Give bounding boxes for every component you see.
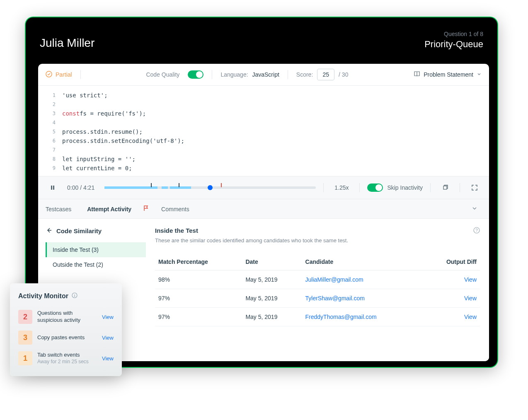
line-number: 9	[46, 164, 56, 173]
table-row: 97% May 5, 2019 TylerShaw@gmail.com View	[155, 289, 480, 308]
activity-label: Questions with suspicious activity	[37, 310, 97, 324]
svg-rect-1	[51, 186, 52, 190]
line-number: 7	[46, 145, 56, 154]
sidebar-item-outside-test[interactable]: Outside the Test (2)	[46, 257, 146, 272]
line-number: 3	[46, 109, 56, 118]
col-diff: Output Diff	[423, 253, 480, 270]
similarity-content: ? Inside the Test These are the similar …	[146, 219, 489, 361]
pause-button[interactable]	[46, 181, 60, 195]
view-diff-link[interactable]: View	[464, 295, 477, 302]
col-candidate: Candidate	[302, 253, 423, 270]
col-match: Match Percentage	[155, 253, 242, 270]
status-badge: Partial	[46, 71, 72, 79]
activity-count-badge: 1	[18, 351, 32, 365]
activity-item: 2 Questions with suspicious activity Vie…	[18, 307, 114, 327]
sidebar-item-inside-test[interactable]: Inside the Test (3)	[46, 242, 146, 257]
activity-sublabel: Away for 2 min 25 secs	[37, 359, 97, 365]
line-number: 5	[46, 127, 56, 136]
playback-speed[interactable]: 1.25x	[331, 184, 352, 191]
table-row: 97% May 5, 2019 FreddyThomas@gmail.com V…	[155, 308, 480, 326]
code-quality-toggle[interactable]	[188, 70, 203, 79]
col-date: Date	[242, 253, 302, 270]
question-title: Priority-Queue	[424, 39, 483, 50]
code-text: fs = require('fs');	[80, 109, 146, 118]
cell-date: May 5, 2019	[242, 270, 302, 289]
score-input[interactable]	[317, 69, 334, 80]
tab-comments[interactable]: Comments	[161, 199, 197, 218]
code-text: let currentLine = 0;	[62, 164, 132, 173]
score-max: / 30	[339, 71, 348, 78]
skip-inactivity-label: Skip Inactivity	[387, 184, 423, 191]
divider	[80, 70, 81, 79]
section-title: Inside the Test	[155, 227, 480, 234]
help-icon[interactable]: ?	[473, 227, 480, 235]
activity-view-link[interactable]: View	[102, 314, 114, 320]
cell-match: 97%	[155, 289, 242, 308]
tab-testcases[interactable]: Testcases	[46, 199, 79, 218]
similarity-table: Match Percentage Date Candidate Output D…	[155, 253, 480, 326]
tab-attempt-activity[interactable]: Attempt Activity	[87, 199, 139, 218]
svg-rect-3	[443, 186, 447, 189]
cell-match: 98%	[155, 270, 242, 289]
language-value: JavaScript	[252, 71, 279, 78]
view-diff-link[interactable]: View	[464, 314, 477, 320]
activity-monitor-card: Activity Monitor i 2 Questions with susp…	[10, 283, 122, 376]
tabs: Testcases Attempt Activity Comments	[38, 199, 489, 219]
view-diff-link[interactable]: View	[464, 276, 477, 283]
candidate-name: Julia Miller	[40, 36, 94, 50]
divider	[359, 183, 360, 192]
activity-item: 1 Tab switch events Away for 2 min 25 se…	[18, 348, 114, 369]
line-number: 8	[46, 154, 56, 164]
candidate-link[interactable]: TylerShaw@gmail.com	[305, 295, 365, 302]
cell-date: May 5, 2019	[242, 308, 302, 326]
divider	[430, 183, 431, 192]
toolbar: Partial Code Quality Language: JavaScrip…	[38, 64, 489, 86]
playback-thumb[interactable]	[208, 185, 213, 190]
activity-count-badge: 3	[18, 331, 32, 345]
code-editor[interactable]: 1'use strict'; 2 3const fs = require('fs…	[38, 86, 489, 176]
line-number: 1	[46, 91, 56, 100]
skip-inactivity: Skip Inactivity	[367, 183, 423, 192]
arrow-left-icon	[46, 227, 52, 235]
activity-item: 3 Copy pastes events View	[18, 327, 114, 348]
book-icon	[414, 71, 420, 79]
flag-icon	[143, 205, 150, 213]
candidate-link[interactable]: FreddyThomas@gmail.com	[305, 314, 377, 320]
activity-view-link[interactable]: View	[102, 355, 114, 362]
header: Julia Miller Question 1 of 8 Priority-Qu…	[26, 17, 497, 61]
similarity-header[interactable]: Code Similarity	[46, 227, 146, 235]
svg-text:i: i	[74, 294, 75, 298]
code-keyword: const	[62, 109, 80, 118]
playback-time: 0:00 / 4:21	[67, 184, 97, 191]
divider	[460, 183, 460, 192]
activity-label: Tab switch events	[37, 352, 97, 359]
svg-text:?: ?	[475, 228, 478, 233]
code-text: process.stdin.setEncoding('utf-8');	[62, 136, 184, 145]
collapse-button[interactable]	[467, 201, 482, 217]
cell-date: May 5, 2019	[242, 289, 302, 308]
check-partial-icon	[46, 71, 52, 79]
fullscreen-button[interactable]	[467, 181, 482, 195]
code-quality-label: Code Quality	[146, 71, 179, 78]
activity-label: Copy pastes events	[37, 334, 97, 341]
divider	[323, 183, 324, 192]
line-number: 4	[46, 118, 56, 127]
svg-rect-2	[53, 186, 54, 190]
question-counter: Question 1 of 8	[424, 31, 483, 37]
problem-statement-label: Problem Statement	[424, 71, 473, 78]
activity-count-badge: 2	[18, 310, 32, 324]
line-number: 2	[46, 100, 56, 109]
skip-inactivity-toggle[interactable]	[367, 183, 383, 192]
playback-track[interactable]	[104, 186, 316, 189]
candidate-link[interactable]: JuliaMiller@gmail.com	[305, 276, 363, 283]
info-icon[interactable]: i	[72, 292, 78, 300]
similarity-title: Code Similarity	[56, 227, 102, 234]
problem-statement-button[interactable]: Problem Statement	[414, 71, 482, 79]
code-text: let inputString = '';	[62, 154, 136, 164]
divider	[288, 70, 288, 79]
activity-view-link[interactable]: View	[102, 335, 114, 341]
table-row: 98% May 5, 2019 JuliaMiller@gmail.com Vi…	[155, 270, 480, 289]
playback-bar: 0:00 / 4:21 1.25x Skip Inactivity	[38, 176, 489, 199]
copy-button[interactable]	[438, 181, 452, 195]
activity-monitor-title: Activity Monitor i	[18, 292, 114, 300]
